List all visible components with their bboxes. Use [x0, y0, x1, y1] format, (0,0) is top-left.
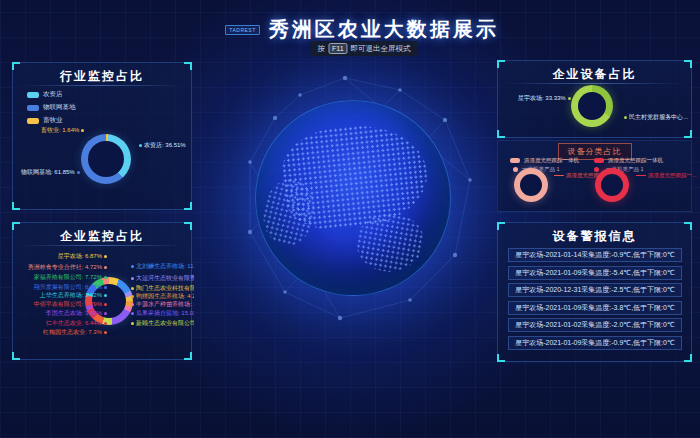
callout-dot: [131, 287, 134, 290]
corner-accent: [497, 354, 505, 362]
chart-callout: 新顾生态农业有限公司: 6.87%: [131, 320, 194, 326]
callout-label: 中侨平农有限公司: 7.29%: [34, 301, 102, 307]
callout-dot: [131, 277, 134, 280]
callout-dot: [104, 331, 107, 334]
callout-dot: [139, 144, 142, 147]
ring-accent-dot: [594, 167, 599, 172]
dashboard: TADREST 秀洲区农业大数据展示 按 F11 即可退出全屏模式 行业监控占比…: [0, 0, 700, 438]
panel-title: 设备警报信息: [498, 228, 691, 245]
ring-accent-dot: [513, 167, 518, 172]
divider: [506, 83, 683, 84]
category-donut-right[interactable]: [595, 168, 629, 202]
corner-accent: [184, 202, 192, 210]
corner-accent: [12, 202, 20, 210]
corner-accent: [684, 354, 692, 362]
alarm-row: 星宇农场-2021-01-02采集温度:-2.0℃,低于下限:0℃: [508, 318, 682, 332]
device-alarm-panel: 设备警报信息 星宇农场-2021-01-14采集温度:-0.9℃,低于下限:0℃…: [497, 222, 692, 362]
panel-title: 企业设备占比: [498, 66, 691, 83]
callout-label: 物联网基地: 61.85%: [21, 169, 75, 175]
legend-swatch: [27, 92, 39, 98]
callout-dot: [104, 294, 107, 297]
panel-title: 企业监控占比: [13, 228, 191, 245]
chart-callout: 陶门生态农业科技有限公: [131, 285, 194, 291]
callout-label: 星宇农场: 33.33%: [518, 95, 566, 101]
legend-swatch: [27, 105, 39, 111]
callout-dot: [624, 116, 627, 119]
callout-label: 农资店: 36.51%: [144, 142, 186, 148]
legend-item[interactable]: 温湿度光照跟踪一体机: [510, 157, 579, 164]
chart-callout: 鸭狸园生态养殖场: 4.29%: [131, 293, 194, 299]
chart-callout: 秀洲粮食专业合作社: 4.72%: [15, 264, 107, 270]
callout-label: 家福养殖有限公司: 7.72%: [34, 274, 102, 280]
hint-suffix: 即可退出全屏模式: [351, 44, 411, 54]
legend-item[interactable]: 物联网基地: [27, 103, 76, 112]
header: TADREST 秀洲区农业大数据展示: [12, 16, 700, 43]
chart-callout: 星宇农场: 33.33%: [518, 95, 571, 101]
chart-callout: 星宇农场: 6.87%: [15, 253, 107, 259]
callout-dot: [104, 312, 107, 315]
callout-label: 北刘鳜生态养殖场: 11.16%: [136, 263, 194, 269]
callout-label: 丰源水产种苗养殖场: 1.: [136, 301, 194, 307]
callout-dot: [568, 97, 571, 100]
chart-callout: 大运河生态牧业有限责任公: [131, 275, 194, 281]
chart-callout: 上华生态养殖场: 1.72%: [15, 292, 107, 298]
callout-dot: [77, 171, 80, 174]
category-donut-left[interactable]: [514, 168, 548, 202]
callout-label: 新顾生态农业有限公司: 6.87%: [136, 320, 194, 326]
legend-item[interactable]: 农资店: [27, 90, 76, 99]
legend-label: 农资店: [43, 90, 63, 99]
alarm-row: 星宇农场-2021-01-09采集温度:-3.8℃,低于下限:0℃: [508, 301, 682, 315]
corner-accent: [12, 352, 20, 360]
enterprise-device-panel: 企业设备占比 星宇农场: 33.33% 民主村党群服务中心...: [497, 60, 692, 138]
divider: [21, 85, 183, 86]
industry-legend: 农资店 物联网基地 畜牧业: [27, 90, 76, 125]
legend-swatch: [510, 158, 520, 163]
divider: [21, 245, 183, 246]
callout-label: 星宇农场: 6.87%: [58, 253, 102, 259]
alarm-row: 星宇农场-2020-12-31采集温度:-2.5℃,低于下限:0℃: [508, 283, 682, 297]
callout-label: 翔升发展有限公司: 6.87%: [34, 284, 102, 290]
chart-callout: 北刘鳜生态养殖场: 11.16%: [131, 263, 194, 269]
callout-dot: [104, 322, 107, 325]
industry-donut-chart[interactable]: [81, 134, 131, 184]
callout-line: [554, 175, 564, 176]
callout-label: 仁丰生态农业: 6.44%: [46, 320, 102, 326]
legend-item[interactable]: 畜牧业: [27, 116, 76, 125]
chart-callout: 物联网基地: 61.85%: [21, 169, 80, 175]
callout-label: 瓜果采摘自留地: 15.02%: [136, 310, 194, 316]
donut-hole: [520, 174, 542, 196]
callout-dot: [131, 265, 134, 268]
callout-dot: [131, 303, 134, 306]
callout-dot: [131, 322, 134, 325]
industry-monitor-panel: 行业监控占比 农资店 物联网基地 畜牧业 畜牧业: 1.64% 农资: [12, 62, 192, 210]
chart-callout: 畜牧业: 1.64%: [41, 127, 84, 133]
chart-callout: 丰源水产种苗养殖场: 1.: [131, 301, 194, 307]
legend-swatch: [27, 118, 39, 124]
corner-accent: [497, 130, 505, 138]
chart-callout: 中侨平农有限公司: 7.29%: [15, 301, 107, 307]
donut-hole: [88, 141, 124, 177]
chart-callout: 翔升发展有限公司: 6.87%: [15, 284, 107, 290]
chart-callout: 瓜果采摘自留地: 15.02%: [131, 310, 194, 316]
callout-label: 温湿度光照跟踪一...: [648, 173, 697, 179]
enterprise-monitor-panel: 企业监控占比 星宇农场: 6.87% 秀洲粮食专业合作社: 4.72% 家福养殖…: [12, 222, 192, 360]
fullscreen-hint: 按 F11 即可退出全屏模式: [310, 41, 417, 56]
callout-dot: [104, 255, 107, 258]
alarm-row: 星宇农场-2021-01-14采集温度:-0.9℃,低于下限:0℃: [508, 248, 682, 262]
device-donut-chart[interactable]: [571, 85, 613, 127]
callout-label: 鸭狸园生态养殖场: 4.29%: [136, 293, 194, 299]
chart-callout: 温湿度光照跟踪一...: [636, 173, 697, 179]
chart-callout: 家福养殖有限公司: 7.72%: [15, 274, 107, 280]
globe-visualization: [255, 100, 451, 296]
callout-dot: [131, 312, 134, 315]
legend-label: 温湿度光照跟踪一体机: [608, 157, 663, 164]
hint-prefix: 按: [317, 44, 325, 54]
chart-callout: 李国生态农场: 3.42%: [15, 310, 107, 316]
callout-label: 上华生态养殖场: 1.72%: [40, 292, 102, 298]
page-title: 秀洲区农业大数据展示: [269, 16, 499, 43]
panel-title: 行业监控占比: [13, 68, 191, 85]
legend-label: 温湿度光照跟踪一体机: [524, 157, 579, 164]
legend-item[interactable]: 温湿度光照跟踪一体机: [594, 157, 663, 164]
callout-label: 畜牧业: 1.64%: [41, 127, 79, 133]
callout-dot: [131, 295, 134, 298]
